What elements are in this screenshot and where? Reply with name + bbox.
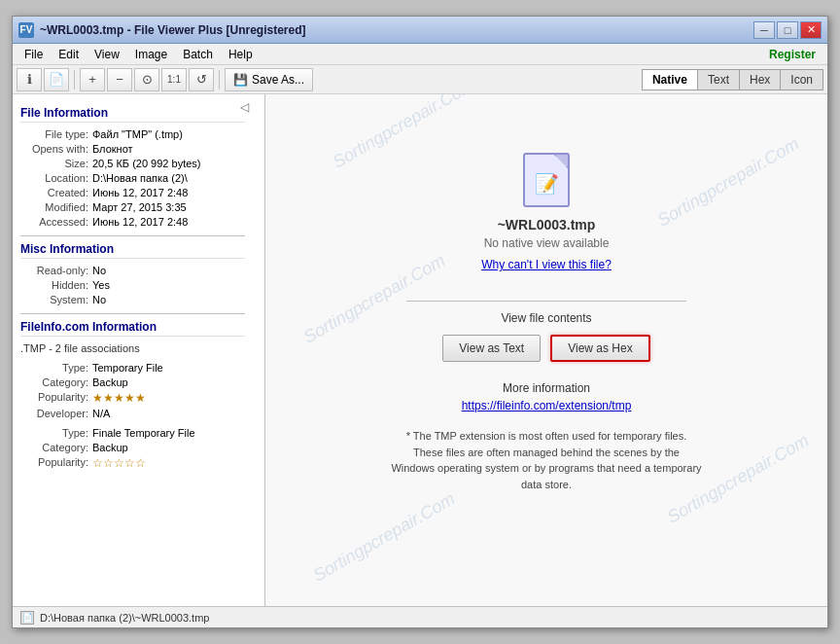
- view-buttons: View as Text View as Hex: [442, 335, 649, 362]
- toolbar: ℹ 📄 + − ⊙ 1:1 ↺ 💾 Save As... Native Text…: [13, 65, 827, 94]
- view-contents-label: View file contents: [501, 311, 591, 325]
- type2-value: Finale Temporary File: [92, 427, 245, 439]
- fileinfo-header: FileInfo.com Information: [20, 320, 245, 337]
- menu-help[interactable]: Help: [221, 46, 261, 63]
- file-type-label: File type:: [20, 128, 88, 140]
- type1-label: Type:: [20, 362, 88, 374]
- opens-with-row: Opens with: Блокнот: [20, 143, 245, 155]
- view-tabs: Native Text Hex Icon: [642, 69, 823, 90]
- view-as-text-button[interactable]: View as Text: [442, 335, 541, 362]
- zoom-in-button[interactable]: +: [80, 68, 105, 91]
- saveas-button[interactable]: 💾 Save As...: [225, 68, 313, 91]
- left-panel-content: ◁ File Information File type: Файл "TMP"…: [13, 94, 264, 479]
- titlebar: FV ~WRL0003.tmp - File Viewer Plus [Unre…: [13, 17, 827, 44]
- fileinfo-desc: .TMP - 2 file associations: [20, 342, 245, 354]
- file-icon-symbol: 📝: [535, 172, 559, 196]
- minimize-button[interactable]: ─: [753, 21, 775, 39]
- size-row: Size: 20,5 КБ (20 992 bytes): [20, 158, 245, 169]
- more-info-label: More information: [503, 381, 590, 395]
- menubar: File Edit View Image Batch Help Register: [13, 44, 827, 65]
- developer1-row: Developer: N/A: [20, 408, 245, 419]
- category1-row: Category: Backup: [20, 376, 245, 388]
- menu-view[interactable]: View: [87, 46, 127, 63]
- main-window: FV ~WRL0003.tmp - File Viewer Plus [Unre…: [12, 16, 828, 628]
- location-label: Location:: [20, 172, 88, 184]
- collapse-button[interactable]: ◁: [240, 100, 249, 114]
- main-content: ◁ File Information File type: Файл "TMP"…: [13, 94, 827, 606]
- file-icon-fold: [554, 155, 568, 168]
- opens-with-value: Блокнот: [92, 143, 245, 155]
- type1-value: Temporary File: [92, 362, 245, 374]
- file-preview-area: 📝 ~WRL0003.tmp No native view available …: [391, 153, 702, 492]
- modified-row: Modified: Март 27, 2015 3:35: [20, 201, 245, 213]
- category2-label: Category:: [20, 442, 88, 453]
- tab-native[interactable]: Native: [643, 70, 698, 89]
- menu-batch[interactable]: Batch: [175, 46, 221, 63]
- size-label: Size:: [20, 158, 88, 169]
- popularity1-label: Popularity:: [20, 391, 88, 405]
- misc-separator: [20, 235, 245, 236]
- modified-value: Март 27, 2015 3:35: [92, 201, 245, 213]
- more-info-link[interactable]: https://fileinfo.com/extension/tmp: [462, 399, 632, 412]
- accessed-label: Accessed:: [20, 216, 88, 228]
- system-label: System:: [20, 294, 88, 305]
- right-panel: Sortingpcrepair.Com Sortingpcrepair.Com …: [265, 94, 827, 606]
- actual-size-button[interactable]: 1:1: [161, 68, 187, 91]
- fit-button[interactable]: ⊙: [134, 68, 159, 91]
- category2-value: Backup: [92, 442, 245, 453]
- popularity1-stars: ★★★★★: [92, 391, 146, 405]
- divider: [406, 301, 686, 302]
- info-button[interactable]: ℹ: [17, 68, 42, 91]
- developer1-value: N/A: [92, 408, 245, 419]
- popularity2-row: Popularity: ☆☆☆☆☆: [20, 456, 245, 470]
- tab-hex[interactable]: Hex: [740, 70, 781, 89]
- register-link[interactable]: Register: [761, 46, 823, 63]
- left-panel: ◁ File Information File type: Файл "TMP"…: [13, 94, 265, 606]
- system-value: No: [92, 294, 245, 305]
- zoom-out-button[interactable]: −: [107, 68, 132, 91]
- hidden-value: Yes: [92, 279, 245, 291]
- location-value: D:\Новая папка (2)\: [92, 172, 245, 184]
- popularity2-label: Popularity:: [20, 456, 88, 470]
- type1-row: Type: Temporary File: [20, 362, 245, 374]
- misc-header: Misc Information: [20, 242, 245, 259]
- maximize-button[interactable]: □: [777, 21, 798, 39]
- menu-file[interactable]: File: [17, 46, 51, 63]
- readonly-value: No: [92, 265, 245, 276]
- window-title: ~WRL0003.tmp - File Viewer Plus [Unregis…: [40, 23, 753, 37]
- file-type-value: Файл "TMP" (.tmp): [92, 128, 245, 140]
- statusbar: 📄 D:\Новая папка (2)\~WRL0003.tmp: [13, 606, 827, 627]
- menu-edit[interactable]: Edit: [51, 46, 87, 63]
- system-row: System: No: [20, 294, 245, 305]
- popularity2-stars: ☆☆☆☆☆: [92, 456, 146, 470]
- open-button[interactable]: 📄: [44, 68, 69, 91]
- saveas-icon: 💾: [233, 73, 248, 87]
- opens-with-label: Opens with:: [20, 143, 88, 155]
- close-button[interactable]: ✕: [800, 21, 822, 39]
- why-link[interactable]: Why can't I view this file?: [481, 258, 612, 271]
- refresh-button[interactable]: ↺: [189, 68, 214, 91]
- created-label: Created:: [20, 187, 88, 198]
- association2-section: Type: Finale Temporary File Category: Ba…: [20, 427, 245, 470]
- view-as-hex-button[interactable]: View as Hex: [550, 335, 649, 362]
- description-text: * The TMP extension is most often used f…: [391, 428, 702, 492]
- fileinfo-separator: [20, 313, 245, 314]
- category1-label: Category:: [20, 376, 88, 388]
- filename-label: ~WRL0003.tmp: [498, 217, 596, 233]
- file-type-row: File type: Файл "TMP" (.tmp): [20, 128, 245, 140]
- modified-label: Modified:: [20, 201, 88, 213]
- file-info-header: File Information: [20, 106, 245, 123]
- app-icon: FV: [18, 22, 34, 38]
- type2-row: Type: Finale Temporary File: [20, 427, 245, 439]
- toolbar-sep-2: [219, 70, 220, 89]
- type2-label: Type:: [20, 427, 88, 439]
- hidden-label: Hidden:: [20, 279, 88, 291]
- statusbar-path: D:\Новая папка (2)\~WRL0003.tmp: [40, 612, 209, 624]
- window-controls: ─ □ ✕: [753, 21, 822, 39]
- location-row: Location: D:\Новая папка (2)\: [20, 172, 245, 184]
- tab-icon[interactable]: Icon: [781, 70, 822, 89]
- menu-image[interactable]: Image: [127, 46, 175, 63]
- tab-text[interactable]: Text: [698, 70, 740, 89]
- file-icon: 📝: [523, 153, 570, 207]
- accessed-value: Июнь 12, 2017 2:48: [92, 216, 245, 228]
